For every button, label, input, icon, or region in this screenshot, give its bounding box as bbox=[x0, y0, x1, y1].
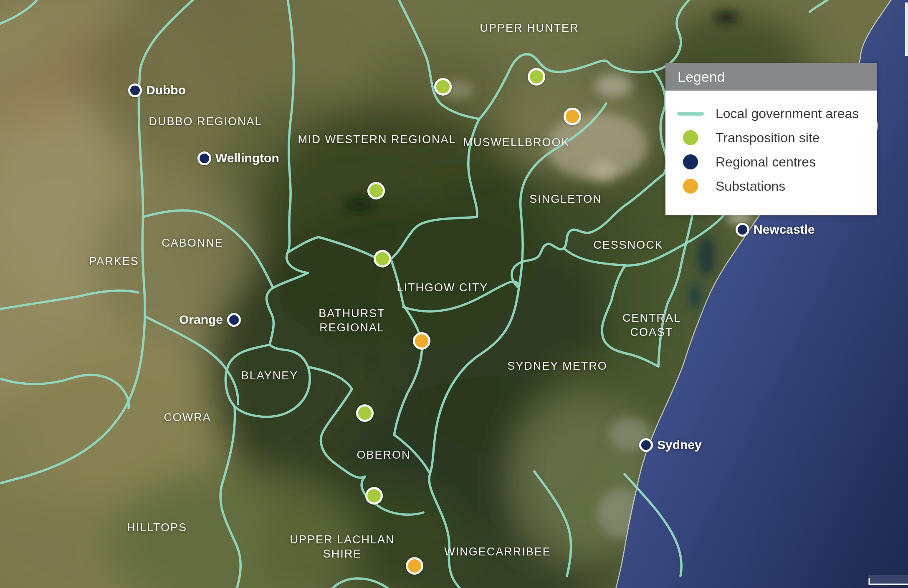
region-label-oberon: OBERON bbox=[357, 448, 410, 462]
city-wellington: Wellington bbox=[197, 151, 279, 165]
region-label-line: PARKES bbox=[89, 254, 139, 268]
legend-item-transposition-site: Transposition site bbox=[665, 126, 877, 150]
city-newcastle: Newcastle bbox=[736, 222, 815, 237]
regional-centre-marker bbox=[197, 151, 211, 165]
legend-item-substations: Substations bbox=[665, 174, 877, 198]
transposition-site-dot-swatch bbox=[683, 130, 698, 145]
region-label-line: MUSWELLBROOK bbox=[463, 135, 569, 149]
legend-item-local-government-areas: Local government areas bbox=[665, 101, 877, 126]
substations-dot-swatch bbox=[683, 179, 698, 194]
region-label-line: MID WESTERN REGIONAL bbox=[298, 132, 456, 146]
region-label-line: SHIRE bbox=[290, 547, 395, 561]
city-label: Dubbo bbox=[146, 83, 186, 97]
local-government-areas-line-swatch bbox=[677, 112, 704, 116]
region-label-line: COAST bbox=[622, 325, 681, 339]
transposition-site-marker bbox=[374, 250, 391, 268]
city-label: Newcastle bbox=[754, 222, 815, 237]
right-edge-strip bbox=[905, 3, 908, 56]
region-label-cowra: COWRA bbox=[164, 410, 211, 424]
region-label-upper-hunter: UPPER HUNTER bbox=[480, 21, 579, 35]
region-label-hilltops: HILLTOPS bbox=[127, 520, 187, 535]
region-label-lithgow-city: LITHGOW CITY bbox=[397, 280, 488, 295]
legend-item-label: Regional centres bbox=[716, 154, 816, 170]
legend-item-label: Local government areas bbox=[716, 106, 859, 121]
transposition-site-marker bbox=[367, 182, 385, 199]
region-label-line: COWRA bbox=[164, 410, 211, 424]
region-label-line: CESSNOCK bbox=[593, 238, 663, 252]
legend-item-label: Transposition site bbox=[716, 130, 820, 146]
substation-marker bbox=[406, 557, 423, 575]
region-label-cessnock: CESSNOCK bbox=[593, 238, 663, 252]
region-label-line: UPPER LACHLAN bbox=[290, 532, 395, 547]
legend-swatch-column bbox=[665, 179, 716, 194]
substation-marker bbox=[413, 332, 430, 350]
regional-centre-marker bbox=[227, 313, 241, 327]
region-label-line: CABONNE bbox=[162, 236, 223, 250]
transposition-site-marker bbox=[528, 68, 545, 86]
legend-panel: Legend Local government areasTranspositi… bbox=[665, 63, 877, 215]
region-label-muswellbrook: MUSWELLBROOK bbox=[463, 135, 569, 149]
region-label-line: CENTRAL bbox=[622, 311, 681, 325]
transposition-site-marker bbox=[434, 78, 452, 96]
legend-swatch-column bbox=[665, 130, 716, 145]
legend-swatch-column bbox=[665, 154, 716, 169]
legend-swatch-column bbox=[665, 112, 716, 116]
region-label-central-coast: CENTRALCOAST bbox=[622, 311, 681, 339]
region-label-line: HILLTOPS bbox=[127, 520, 187, 535]
transposition-site-marker bbox=[365, 487, 383, 505]
legend-item-regional-centres: Regional centres bbox=[665, 150, 877, 174]
substation-marker bbox=[564, 108, 581, 125]
legend-items: Local government areasTransposition site… bbox=[665, 91, 877, 198]
region-label-line: DUBBO REGIONAL bbox=[149, 114, 262, 129]
region-label-line: OBERON bbox=[357, 448, 410, 462]
regional-centre-marker bbox=[639, 438, 653, 452]
city-orange: Orange bbox=[179, 313, 241, 327]
region-label-upper-lachlan-shire: UPPER LACHLANSHIRE bbox=[290, 532, 395, 561]
map-figure: UPPER HUNTERDUBBO REGIONALMID WESTERN RE… bbox=[0, 0, 908, 588]
region-label-line: BATHURST bbox=[319, 306, 385, 320]
region-label-cabonne: CABONNE bbox=[162, 236, 223, 250]
regional-centre-marker bbox=[736, 223, 749, 237]
city-dubbo: Dubbo bbox=[128, 83, 186, 97]
region-label-line: SINGLETON bbox=[529, 192, 602, 206]
regional-centres-dot-swatch bbox=[683, 154, 698, 169]
region-label-line: SYDNEY METRO bbox=[507, 359, 607, 373]
legend-item-label: Substations bbox=[716, 179, 785, 194]
city-label: Sydney bbox=[657, 438, 702, 452]
region-label-line: BLAYNEY bbox=[241, 368, 298, 383]
regional-centre-marker bbox=[128, 83, 142, 97]
region-label-singleton: SINGLETON bbox=[529, 192, 602, 206]
region-label-sydney-metro: SYDNEY METRO bbox=[507, 359, 607, 373]
transposition-site-marker bbox=[356, 404, 374, 422]
region-label-line: LITHGOW CITY bbox=[397, 280, 488, 295]
region-label-blayney: BLAYNEY bbox=[241, 368, 298, 383]
region-label-bathurst-regional: BATHURSTREGIONAL bbox=[319, 306, 385, 335]
region-label-mid-western-regional: MID WESTERN REGIONAL bbox=[298, 132, 456, 146]
region-label-line: WINGECARRIBEE bbox=[444, 545, 551, 559]
region-label-dubbo-regional: DUBBO REGIONAL bbox=[149, 114, 262, 129]
city-label: Wellington bbox=[215, 151, 279, 165]
region-label-line: REGIONAL bbox=[319, 320, 385, 335]
region-label-line: UPPER HUNTER bbox=[480, 21, 579, 35]
city-label: Orange bbox=[179, 313, 223, 327]
legend-title: Legend bbox=[665, 63, 877, 91]
region-label-wingecarribee: WINGECARRIBEE bbox=[444, 545, 551, 559]
region-label-parkes: PARKES bbox=[89, 254, 139, 268]
city-sydney: Sydney bbox=[639, 438, 702, 452]
